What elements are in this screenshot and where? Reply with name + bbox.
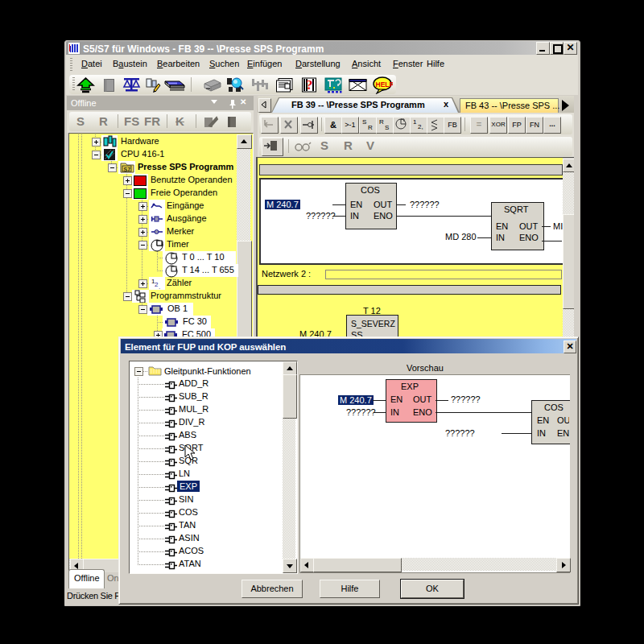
svg-text:,: , [159, 283, 160, 289]
svg-text:?: ? [306, 77, 313, 93]
svg-text:S7: S7 [124, 167, 131, 172]
svg-text:HELP: HELP [376, 80, 394, 89]
